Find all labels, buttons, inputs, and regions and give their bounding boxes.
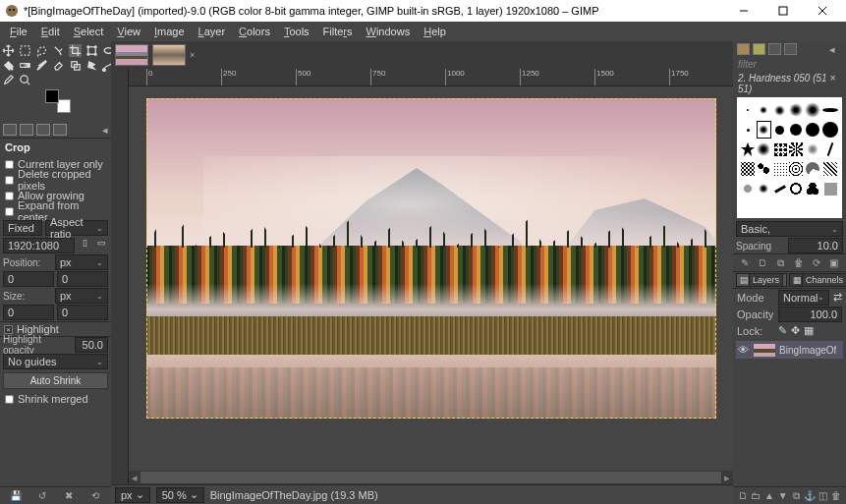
transform-tool-icon[interactable]: [85, 44, 98, 57]
vertical-ruler[interactable]: [111, 69, 129, 484]
refresh-brushes-icon[interactable]: ⟳: [811, 257, 822, 269]
lock-pixels-icon[interactable]: ✎: [778, 324, 787, 337]
brush-item[interactable]: [773, 101, 787, 119]
horizontal-ruler[interactable]: 0 250 500 750 1000 1250 1500 1750: [129, 69, 733, 86]
fg-bg-colors[interactable]: [45, 89, 71, 113]
brush-item[interactable]: [741, 160, 755, 178]
highlight-toggle[interactable]: ×: [4, 325, 13, 334]
brush-preset-select[interactable]: Basic,⌄: [736, 221, 843, 237]
merge-layer-icon[interactable]: ⚓: [804, 490, 816, 502]
scroll-handle[interactable]: [141, 472, 721, 483]
undo-history-tab-icon[interactable]: [36, 124, 50, 136]
reset-options-icon[interactable]: ⟲: [89, 490, 101, 502]
brush-item[interactable]: [773, 121, 787, 139]
highlight-opacity-input[interactable]: 50.0: [75, 337, 108, 353]
menu-tools[interactable]: Tools: [278, 24, 315, 39]
size-h-input[interactable]: 0: [57, 305, 108, 320]
new-layer-icon[interactable]: 🗋: [737, 490, 749, 502]
brush-item[interactable]: [773, 140, 787, 158]
menu-layer[interactable]: Layer: [193, 24, 232, 39]
eraser-tool-icon[interactable]: [52, 59, 65, 72]
images-tab-icon[interactable]: [53, 124, 67, 136]
size-unit-select[interactable]: px⌄: [55, 288, 108, 304]
menu-windows[interactable]: Windows: [361, 24, 417, 39]
brush-item-selected[interactable]: [757, 121, 770, 139]
brush-item[interactable]: [757, 140, 770, 158]
mask-layer-icon[interactable]: ◫: [818, 490, 829, 502]
guides-select[interactable]: No guides⌄: [3, 354, 108, 369]
zoom-tool-icon[interactable]: [19, 74, 31, 86]
delete-cropped-checkbox[interactable]: [5, 176, 14, 185]
zoom-select[interactable]: 50 %⌄: [156, 487, 204, 503]
tab-menu-icon[interactable]: ◂: [102, 124, 108, 136]
move-tool-icon[interactable]: [2, 44, 15, 57]
brush-item[interactable]: [822, 101, 838, 119]
menu-colors[interactable]: Colors: [233, 24, 276, 39]
patterns-tab-icon[interactable]: [753, 43, 765, 55]
paintbrush-tool-icon[interactable]: [35, 59, 48, 72]
minimize-button[interactable]: [724, 0, 763, 22]
image-tab-1[interactable]: [115, 44, 148, 66]
orientation-landscape-icon[interactable]: ▭: [94, 238, 108, 253]
position-unit-select[interactable]: px⌄: [55, 254, 108, 270]
smudge-tool-icon[interactable]: [85, 59, 98, 72]
visibility-eye-icon[interactable]: 👁: [738, 344, 750, 356]
brush-item[interactable]: [822, 140, 838, 158]
duplicate-layer-icon[interactable]: ⧉: [790, 490, 802, 502]
clone-tool-icon[interactable]: [69, 59, 82, 72]
device-status-tab-icon[interactable]: [20, 124, 33, 136]
brush-item[interactable]: [789, 101, 803, 119]
close-button[interactable]: [803, 0, 842, 22]
aspect-ratio-input[interactable]: 1920:1080: [3, 238, 75, 253]
restore-options-icon[interactable]: ↺: [36, 490, 48, 502]
orientation-portrait-icon[interactable]: ▯: [78, 238, 91, 253]
position-x-input[interactable]: 0: [3, 271, 54, 287]
horizontal-scrollbar[interactable]: ◂ ▸: [129, 471, 733, 484]
fixed-toggle[interactable]: Fixed: [3, 220, 42, 236]
menu-view[interactable]: View: [111, 24, 146, 39]
brush-item[interactable]: [773, 160, 787, 178]
menu-file[interactable]: File: [4, 24, 33, 39]
lock-position-icon[interactable]: ✥: [791, 324, 800, 337]
menu-select[interactable]: Select: [68, 24, 110, 39]
new-group-icon[interactable]: 🗀: [750, 490, 761, 502]
brush-item[interactable]: [805, 101, 820, 119]
layer-item[interactable]: 👁 BingImageOf: [736, 341, 843, 359]
image-tab-2[interactable]: [152, 44, 186, 66]
brush-item[interactable]: [773, 180, 787, 197]
free-select-tool-icon[interactable]: [35, 44, 48, 57]
save-options-icon[interactable]: 💾: [10, 490, 22, 502]
brush-item[interactable]: [805, 140, 820, 158]
scroll-right-icon[interactable]: ▸: [721, 472, 733, 484]
brush-item[interactable]: [805, 121, 820, 139]
shrink-merged-checkbox[interactable]: [5, 395, 14, 404]
tool-options-tab-icon[interactable]: [3, 124, 17, 136]
allow-growing-checkbox[interactable]: [5, 192, 14, 200]
maximize-button[interactable]: [763, 0, 803, 22]
menu-help[interactable]: Help: [418, 24, 452, 39]
brush-item[interactable]: [789, 121, 803, 139]
position-y-input[interactable]: 0: [57, 271, 108, 287]
menu-image[interactable]: Image: [148, 24, 191, 39]
brush-item[interactable]: [822, 160, 838, 178]
layers-tab[interactable]: ▤Layers: [736, 273, 787, 287]
fuzzy-select-tool-icon[interactable]: [52, 44, 65, 57]
brush-item[interactable]: [741, 121, 755, 139]
delete-layer-icon[interactable]: 🗑: [830, 490, 842, 502]
color-picker-tool-icon[interactable]: [2, 74, 15, 86]
edit-brush-icon[interactable]: ✎: [739, 257, 751, 269]
menu-edit[interactable]: Edit: [35, 24, 66, 39]
brush-item[interactable]: [822, 180, 838, 197]
unit-select[interactable]: px⌄: [115, 487, 150, 503]
brush-item[interactable]: [757, 180, 770, 197]
bucket-tool-icon[interactable]: [2, 59, 15, 72]
brush-item[interactable]: [757, 101, 770, 119]
auto-shrink-button[interactable]: Auto Shrink: [3, 372, 108, 389]
rect-select-tool-icon[interactable]: [19, 44, 31, 57]
mode-select[interactable]: Normal⌄: [778, 290, 829, 306]
brush-item[interactable]: [789, 180, 803, 197]
brush-item[interactable]: [822, 121, 838, 139]
size-w-input[interactable]: 0: [3, 305, 54, 320]
brushes-tab-icon[interactable]: [737, 43, 750, 55]
brush-item[interactable]: [789, 160, 803, 178]
